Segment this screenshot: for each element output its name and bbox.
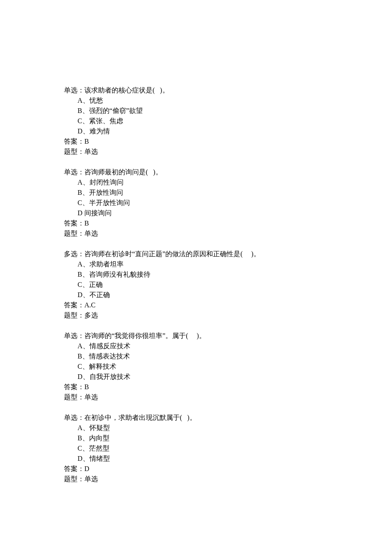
question-type-line: 题型：单选 (64, 147, 328, 157)
question-block: 单选：该求助者的核心症状是( )。 A、忧愁 B、强烈的“偷窃”欲望 C、紧张、… (64, 85, 328, 157)
answer-line: 答案：D (64, 464, 328, 474)
answer-line: 答案：A.C (64, 300, 328, 310)
question-type-line: 题型：单选 (64, 392, 328, 402)
answer-line: 答案：B (64, 218, 328, 228)
question-stem: 单选：咨询师的“我觉得你很坦率”。属于( )。 (64, 331, 328, 341)
question-type-line: 题型：单选 (64, 474, 328, 484)
question-stem: 多选：咨询师在初诊时“直问正题”的做法的原因和正确性是( )。 (64, 249, 328, 259)
question-block: 单选：咨询师最初的询问是( )。 A、封闭性询问 B、开放性询问 C、半开放性询… (64, 167, 328, 239)
question-options: A、忧愁 B、强烈的“偷窃”欲望 C、紧张、焦虑 D、难为情 (64, 95, 328, 136)
option-d: D、情绪型 (78, 454, 328, 464)
question-block: 多选：咨询师在初诊时“直问正题”的做法的原因和正确性是( )。 A、求助者坦率 … (64, 249, 328, 321)
question-options: A、封闭性询问 B、开放性询问 C、半开放性询问 D 间接询问 (64, 177, 328, 218)
question-options: A、怀疑型 B、内向型 C、茫然型 D、情绪型 (64, 423, 328, 464)
option-d: D 间接询问 (78, 208, 328, 218)
option-d: D、不正确 (78, 290, 328, 300)
option-c: C、半开放性询问 (78, 198, 328, 208)
option-a: A、封闭性询问 (78, 177, 328, 188)
option-b: B、情感表达技术 (78, 351, 328, 361)
option-c: C、正确 (78, 280, 328, 290)
option-d: D、难为情 (78, 126, 328, 136)
option-d: D、自我开放技术 (78, 372, 328, 382)
question-stem: 单选：在初诊中，求助者出现沉默属于( )。 (64, 413, 328, 423)
question-options: A、求助者坦率 B、咨询师没有礼貌接待 C、正确 D、不正确 (64, 259, 328, 300)
answer-line: 答案：B (64, 382, 328, 392)
option-c: C、解释技术 (78, 361, 328, 372)
option-b: B、咨询师没有礼貌接待 (78, 269, 328, 280)
question-stem: 单选：咨询师最初的询问是( )。 (64, 167, 328, 177)
answer-line: 答案：B (64, 136, 328, 147)
question-block: 单选：咨询师的“我觉得你很坦率”。属于( )。 A、情感反应技术 B、情感表达技… (64, 331, 328, 402)
option-a: A、怀疑型 (78, 423, 328, 433)
option-a: A、忧愁 (78, 95, 328, 106)
question-type-line: 题型：多选 (64, 310, 328, 321)
document-page: 单选：该求助者的核心症状是( )。 A、忧愁 B、强烈的“偷窃”欲望 C、紧张、… (0, 0, 392, 537)
option-b: B、开放性询问 (78, 188, 328, 198)
question-stem: 单选：该求助者的核心症状是( )。 (64, 85, 328, 95)
question-type-line: 题型：单选 (64, 228, 328, 239)
option-c: C、紧张、焦虑 (78, 116, 328, 126)
option-c: C、茫然型 (78, 443, 328, 454)
question-options: A、情感反应技术 B、情感表达技术 C、解释技术 D、自我开放技术 (64, 341, 328, 382)
option-b: B、内向型 (78, 433, 328, 443)
option-b: B、强烈的“偷窃”欲望 (78, 106, 328, 116)
question-block: 单选：在初诊中，求助者出现沉默属于( )。 A、怀疑型 B、内向型 C、茫然型 … (64, 413, 328, 484)
option-a: A、情感反应技术 (78, 341, 328, 351)
option-a: A、求助者坦率 (78, 259, 328, 269)
